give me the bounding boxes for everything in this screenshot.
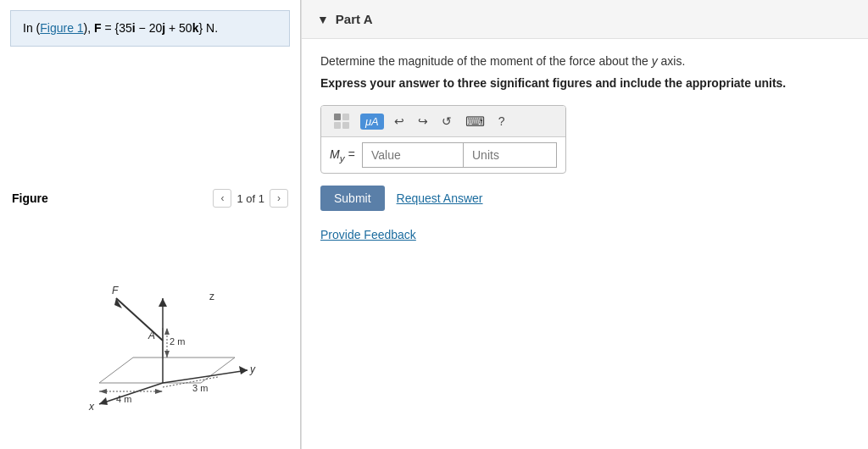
redo-button[interactable]: ↪ xyxy=(415,113,431,130)
part-title: Part A xyxy=(336,12,373,26)
problem-statement: In (Figure 1), F = {35i − 20j + 50k} N. xyxy=(10,10,290,47)
svg-marker-7 xyxy=(239,366,248,374)
svg-marker-24 xyxy=(155,389,163,394)
figure-title: Figure xyxy=(12,191,48,205)
part-header: ▼ Part A xyxy=(302,0,868,39)
nav-counter: 1 of 1 xyxy=(236,192,264,205)
left-panel: In (Figure 1), F = {35i − 20j + 50k} N. … xyxy=(0,0,301,449)
figure-nav: ‹ 1 of 1 › xyxy=(213,189,288,208)
input-row: My = xyxy=(321,137,565,173)
help-button[interactable]: ? xyxy=(495,113,509,130)
feedback-button[interactable]: Provide Feedback xyxy=(320,228,416,241)
instruction-text: Express your answer to three significant… xyxy=(320,76,849,90)
toolbar: μA ↩ ↪ ↺ ⌨ ? xyxy=(321,106,565,137)
svg-text:4 m: 4 m xyxy=(116,394,131,404)
question-text: Determine the magnitude of the moment of… xyxy=(320,54,849,68)
svg-marker-23 xyxy=(99,389,107,394)
answer-box: μA ↩ ↪ ↺ ⌨ ? My = xyxy=(320,105,566,174)
grid-icon xyxy=(333,113,350,130)
figure-svg: F z y x A 2 m 3 m 4 m xyxy=(31,247,269,417)
figure-link[interactable]: Figure 1 xyxy=(40,21,83,35)
nav-next-button[interactable]: › xyxy=(270,189,288,208)
svg-marker-9 xyxy=(159,298,167,307)
request-answer-button[interactable]: Request Answer xyxy=(397,191,483,205)
svg-rect-26 xyxy=(342,114,349,120)
button-row: Submit Request Answer xyxy=(320,186,849,211)
grid-toolbar-button[interactable] xyxy=(330,111,353,131)
svg-text:y: y xyxy=(249,363,256,375)
svg-text:3 m: 3 m xyxy=(192,383,208,393)
units-input[interactable] xyxy=(464,142,557,168)
submit-button[interactable]: Submit xyxy=(320,186,385,211)
svg-marker-17 xyxy=(164,351,170,358)
svg-marker-8 xyxy=(99,397,108,405)
right-panel: ▼ Part A Determine the magnitude of the … xyxy=(301,0,868,449)
problem-text: In (Figure 1), F = {35i − 20j + 50k} N. xyxy=(23,21,218,35)
svg-marker-18 xyxy=(164,328,170,335)
nav-prev-button[interactable]: ‹ xyxy=(213,189,231,208)
svg-marker-0 xyxy=(99,358,235,383)
mu-button[interactable]: μA xyxy=(360,114,384,130)
svg-line-2 xyxy=(163,370,248,383)
svg-text:F: F xyxy=(112,285,119,297)
figure-header: Figure ‹ 1 of 1 › xyxy=(0,182,300,214)
collapse-arrow-icon[interactable]: ▼ xyxy=(317,13,329,26)
refresh-button[interactable]: ↺ xyxy=(438,113,455,130)
svg-text:2 m: 2 m xyxy=(170,336,185,346)
svg-rect-27 xyxy=(334,122,341,129)
svg-text:A: A xyxy=(147,330,155,341)
svg-line-5 xyxy=(116,298,163,341)
part-content: Determine the magnitude of the moment of… xyxy=(302,39,868,257)
variable-label: My = xyxy=(330,147,355,164)
figure-area: F z y x A 2 m 3 m 4 m xyxy=(0,214,300,449)
value-input[interactable] xyxy=(362,142,464,168)
undo-button[interactable]: ↩ xyxy=(391,113,408,130)
svg-text:z: z xyxy=(209,291,214,302)
svg-text:x: x xyxy=(88,401,95,413)
svg-rect-25 xyxy=(334,114,341,120)
svg-rect-28 xyxy=(342,122,349,129)
keyboard-button[interactable]: ⌨ xyxy=(462,112,488,131)
